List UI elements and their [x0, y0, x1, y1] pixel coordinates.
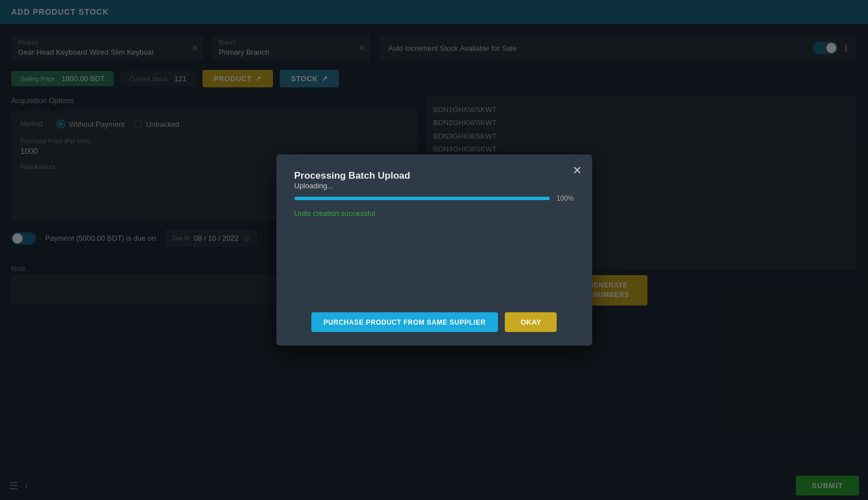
progress-bar-fill — [294, 197, 550, 200]
modal-footer: PURCHASE PRODUCT FROM SAME SUPPLIER OKAY — [294, 312, 574, 332]
progress-pct: 100% — [557, 194, 574, 202]
success-text: Units creation successful — [294, 209, 574, 218]
uploading-label: Uploading... — [294, 182, 574, 190]
modal-close-button[interactable]: ✕ — [572, 163, 582, 177]
okay-button[interactable]: OKAY — [505, 312, 557, 332]
modal-overlay: Processing Batch Upload ✕ Uploading... 1… — [0, 0, 868, 500]
progress-row: 100% — [294, 194, 574, 202]
modal-spacer — [294, 229, 574, 308]
modal-title: Processing Batch Upload — [294, 170, 411, 181]
progress-bar-bg — [294, 197, 550, 200]
purchase-same-supplier-button[interactable]: PURCHASE PRODUCT FROM SAME SUPPLIER — [311, 312, 499, 332]
modal: Processing Batch Upload ✕ Uploading... 1… — [276, 154, 592, 346]
